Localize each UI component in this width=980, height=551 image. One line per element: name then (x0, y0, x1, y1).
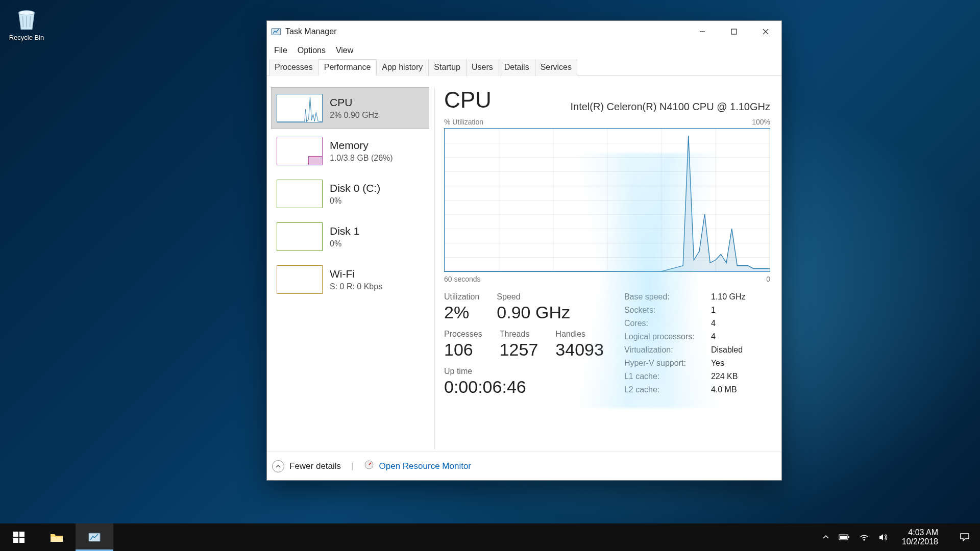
info-hyperv-v: Yes (711, 359, 724, 368)
fewer-details-label: Fewer details (289, 461, 341, 471)
wifi-thumb-icon (277, 265, 323, 294)
taskbar[interactable]: 4:03 AM 10/2/2018 (0, 523, 980, 551)
sidebar-cpu-title: CPU (330, 96, 378, 108)
stat-threads-value: 1257 (500, 340, 538, 360)
tab-app-history[interactable]: App history (376, 59, 428, 76)
open-resource-monitor-link[interactable]: Open Resource Monitor (364, 460, 471, 472)
info-cores-k: Cores: (624, 319, 711, 328)
tab-services[interactable]: Services (535, 59, 577, 76)
resource-monitor-icon (364, 460, 374, 472)
stat-processes-label: Processes (444, 330, 482, 339)
wifi-icon[interactable] (859, 533, 869, 541)
info-l1-v: 224 KB (711, 372, 738, 381)
tab-processes[interactable]: Processes (269, 59, 318, 76)
sidebar-wifi-title: Wi-Fi (330, 268, 382, 280)
info-basespeed-k: Base speed: (624, 292, 711, 302)
vertical-divider (434, 87, 435, 449)
sidebar-disk1-title: Disk 1 (330, 225, 359, 237)
stat-speed-label: Speed (497, 292, 570, 302)
close-button[interactable] (750, 21, 781, 42)
battery-icon[interactable] (839, 534, 850, 541)
graph-label-60s: 60 seconds (444, 275, 481, 283)
stat-speed-value: 0.90 GHz (497, 303, 570, 322)
recycle-bin-label: Recycle Bin (6, 34, 47, 41)
cpu-model: Intel(R) Celeron(R) N4100 CPU @ 1.10GHz (570, 101, 770, 113)
svg-rect-16 (840, 536, 847, 539)
maximize-button[interactable] (718, 21, 750, 42)
menu-file[interactable]: File (270, 44, 291, 57)
action-center-icon[interactable] (952, 533, 977, 542)
window-title: Task Manager (285, 27, 337, 36)
clock-date: 10/2/2018 (902, 537, 938, 546)
cpu-utilization-graph (444, 128, 770, 272)
stat-utilization-label: Utilization (444, 292, 479, 302)
perf-main: CPU Intel(R) Celeron(R) N4100 CPU @ 1.10… (444, 87, 770, 449)
sidebar-item-disk0[interactable]: Disk 0 (C:) 0% (271, 173, 429, 215)
sidebar-wifi-sub: S: 0 R: 0 Kbps (330, 282, 382, 291)
info-logical-v: 4 (711, 332, 716, 341)
svg-rect-8 (13, 532, 18, 537)
info-l2-v: 4.0 MB (711, 385, 737, 394)
tray-overflow-icon[interactable] (822, 534, 829, 541)
disk0-thumb-icon (277, 180, 323, 208)
stat-processes-value: 106 (444, 340, 482, 360)
svg-rect-3 (731, 29, 737, 34)
info-basespeed-v: 1.10 GHz (711, 292, 746, 302)
fewer-details-button[interactable]: Fewer details (272, 460, 341, 472)
sidebar-cpu-sub: 2% 0.90 GHz (330, 111, 378, 120)
graph-label-0: 0 (766, 275, 770, 283)
menubar: File Options View (267, 42, 781, 59)
tab-performance[interactable]: Performance (318, 59, 377, 76)
sidebar-memory-sub: 1.0/3.8 GB (26%) (330, 154, 393, 163)
cpu-thumb-icon (277, 94, 323, 122)
menu-options[interactable]: Options (293, 44, 330, 57)
info-cores-v: 4 (711, 319, 716, 328)
titlebar[interactable]: Task Manager (267, 21, 781, 42)
taskbar-file-explorer[interactable] (38, 523, 76, 551)
system-tray: 4:03 AM 10/2/2018 (822, 523, 980, 551)
app-icon (271, 27, 281, 37)
sidebar-disk1-sub: 0% (330, 239, 359, 248)
perf-sidebar: CPU 2% 0.90 GHz Memory 1.0/3.8 GB (26%) … (271, 87, 429, 449)
window-footer: Fewer details | Open Resource Monitor (267, 452, 781, 480)
minimize-button[interactable] (687, 21, 718, 42)
desktop[interactable]: Recycle Bin Task Manager File Options Vi… (0, 0, 980, 551)
footer-separator: | (351, 461, 353, 471)
sidebar-disk0-sub: 0% (330, 196, 380, 206)
stat-threads-label: Threads (500, 330, 538, 339)
recycle-bin-icon (13, 5, 40, 32)
memory-thumb-icon (277, 137, 323, 165)
sidebar-item-cpu[interactable]: CPU 2% 0.90 GHz (271, 87, 429, 129)
sidebar-disk0-title: Disk 0 (C:) (330, 182, 380, 194)
info-sockets-v: 1 (711, 306, 716, 315)
taskbar-task-manager[interactable] (76, 523, 113, 551)
info-virt-v: Disabled (711, 345, 743, 355)
stat-handles-value: 34093 (555, 340, 604, 360)
menu-view[interactable]: View (332, 44, 357, 57)
svg-rect-10 (13, 538, 18, 543)
recycle-bin[interactable]: Recycle Bin (6, 5, 47, 41)
tab-users[interactable]: Users (466, 59, 499, 76)
tab-startup[interactable]: Startup (428, 59, 466, 76)
chevron-up-icon (272, 460, 284, 472)
volume-icon[interactable] (878, 533, 888, 541)
graph-label-100: 100% (752, 118, 770, 126)
sidebar-item-disk1[interactable]: Disk 1 0% (271, 216, 429, 258)
svg-rect-11 (19, 538, 24, 543)
taskbar-clock[interactable]: 4:03 AM 10/2/2018 (897, 528, 943, 547)
resource-monitor-label: Open Resource Monitor (379, 461, 471, 471)
stat-uptime-value: 0:00:06:46 (444, 377, 604, 397)
info-virt-k: Virtualization: (624, 345, 711, 355)
sidebar-memory-title: Memory (330, 139, 393, 151)
stat-handles-label: Handles (555, 330, 604, 339)
svg-rect-9 (19, 532, 24, 537)
sidebar-item-wifi[interactable]: Wi-Fi S: 0 R: 0 Kbps (271, 259, 429, 300)
clock-time: 4:03 AM (902, 528, 938, 537)
sidebar-item-memory[interactable]: Memory 1.0/3.8 GB (26%) (271, 130, 429, 172)
info-sockets-k: Sockets: (624, 306, 711, 315)
main-heading: CPU (444, 87, 492, 113)
start-button[interactable] (0, 523, 38, 551)
stat-utilization-value: 2% (444, 303, 479, 322)
tab-details[interactable]: Details (499, 59, 535, 76)
svg-point-0 (19, 11, 34, 15)
